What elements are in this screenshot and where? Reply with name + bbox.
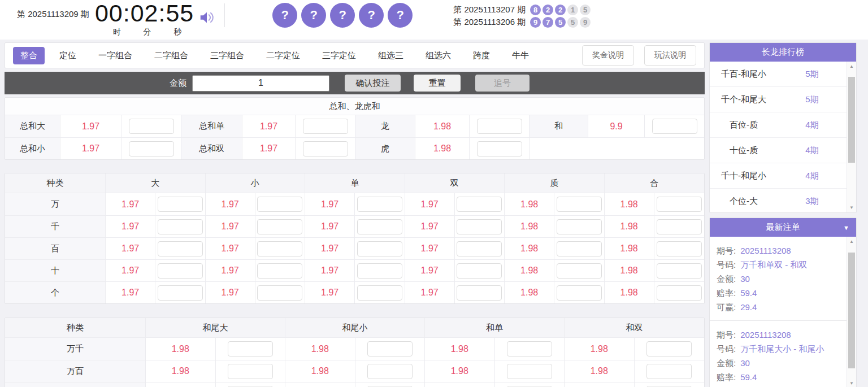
bet-amount-input[interactable] [457, 263, 502, 279]
tab-zuxuan6[interactable]: 组选六 [418, 47, 458, 64]
bet-amount-input[interactable] [228, 364, 273, 379]
scroll-up-arrow[interactable]: ▲ [847, 237, 856, 246]
odds-value: 1.98 [146, 338, 216, 360]
result-ball: 5 [567, 17, 578, 28]
bet-amount-input[interactable] [158, 241, 203, 256]
bet-amount-input[interactable] [158, 197, 203, 212]
bet-amount-input[interactable] [158, 219, 203, 234]
bet-amount-input[interactable] [367, 341, 413, 356]
tab-niuniu[interactable]: 牛牛 [505, 47, 536, 64]
bet-amount-input[interactable] [357, 263, 402, 279]
left-column: 整合 定位 一字组合 二字组合 三字组合 二字定位 三字定位 组选三 组选六 跨… [5, 40, 705, 387]
timer-unit-minute: 分 [144, 27, 151, 37]
bet-amount-input[interactable] [477, 119, 522, 134]
tab-zhenghe[interactable]: 整合 [13, 47, 45, 64]
odds-value: 1.97 [106, 238, 155, 259]
tab-sanzi-zuhe[interactable]: 三字组合 [203, 47, 251, 64]
scroll-down-arrow[interactable]: ▼ [847, 203, 856, 212]
order-entry: 期号:20251113208 号码:万千和尾大小 - 和尾小 金额:30 赔率:… [710, 320, 847, 387]
bet-amount-input[interactable] [257, 263, 302, 279]
tab-erzi-dingwei[interactable]: 二字定位 [259, 47, 307, 64]
scroll-down-arrow[interactable]: ▼ [847, 379, 856, 387]
bet-amount-input[interactable] [129, 119, 174, 134]
bonus-info-button[interactable]: 奖金说明 [582, 45, 634, 66]
bet-amount-input[interactable] [357, 241, 402, 256]
table-row: 万百 1.98 1.98 1.98 1.98 [5, 360, 704, 382]
bet-amount-input[interactable] [652, 119, 697, 134]
bet-amount-input[interactable] [257, 241, 302, 256]
bet-amount-input[interactable] [457, 241, 502, 256]
speaker-icon[interactable] [197, 9, 216, 28]
dragon-label: 千个-和尾大 [710, 94, 778, 105]
bet-type-label: 总和双 [181, 138, 242, 159]
order-field-label: 期号: [717, 243, 736, 258]
bet-amount-input[interactable] [507, 364, 552, 379]
odds-value: 1.97 [242, 138, 296, 159]
result-ball: 2 [555, 5, 566, 15]
collapse-caret-icon[interactable]: ▼ [843, 224, 849, 231]
scroll-thumb[interactable] [848, 253, 855, 368]
bet-input-cell [155, 238, 205, 259]
tab-dingwei[interactable]: 定位 [52, 47, 84, 64]
table-header-row: 种类 大 小 单 双 质 合 [5, 173, 704, 193]
bet-amount-input[interactable] [257, 219, 302, 234]
order-field-label: 号码: [717, 258, 736, 272]
bet-amount-input[interactable] [646, 341, 692, 356]
bet-amount-input[interactable] [457, 285, 502, 301]
bet-amount-input[interactable] [557, 219, 602, 234]
odds-value: 1.97 [405, 216, 455, 237]
tab-zuxuan3[interactable]: 组选三 [371, 47, 411, 64]
odds-value: 1.97 [305, 216, 355, 237]
rules-info-button[interactable]: 玩法说明 [644, 45, 696, 66]
bet-amount-input[interactable] [367, 364, 413, 379]
bet-amount-input[interactable] [557, 263, 602, 279]
tab-sanzi-dingwei[interactable]: 三字定位 [315, 47, 363, 64]
bet-amount-input[interactable] [357, 285, 402, 301]
order-number: 万千和尾大小 - 和尾小 [740, 342, 824, 356]
bet-amount-input[interactable] [303, 119, 348, 134]
bet-amount-input[interactable] [657, 285, 702, 301]
bet-amount-input[interactable] [303, 141, 348, 156]
bet-amount-input[interactable] [129, 141, 174, 156]
bet-amount-input[interactable] [457, 197, 502, 212]
chase-number-button[interactable]: 追号 [475, 75, 530, 92]
scrollbar[interactable]: ▲ ▼ [847, 237, 856, 387]
bet-input-cell [554, 216, 604, 237]
bet-amount-input[interactable] [657, 197, 702, 212]
confirm-bet-button[interactable]: 确认投注 [345, 75, 401, 92]
tab-yizi-zuhe[interactable]: 一字组合 [91, 47, 140, 64]
bet-amount-input[interactable] [557, 285, 602, 301]
bet-amount-input[interactable] [657, 263, 702, 279]
reset-button[interactable]: 重置 [414, 75, 461, 92]
scrollbar[interactable]: ▲ ▼ [847, 62, 856, 212]
bet-amount-input[interactable] [357, 197, 402, 212]
bet-amount-input[interactable] [257, 285, 302, 301]
tab-erzi-zuhe[interactable]: 二字组合 [147, 47, 196, 64]
order-amount: 30 [740, 356, 750, 370]
dragon-row: 十位-质 4期 [710, 138, 847, 163]
question-ball: ? [301, 3, 326, 28]
column-header: 小 [206, 173, 306, 193]
bet-amount-input[interactable] [557, 241, 602, 256]
scroll-thumb[interactable] [848, 77, 855, 163]
bet-input-cell [121, 138, 181, 159]
bet-amount-input[interactable] [228, 341, 273, 356]
row-label: 百 [5, 238, 106, 259]
bet-amount-input[interactable] [457, 219, 502, 234]
bet-amount-input[interactable] [646, 364, 692, 379]
bet-amount-input[interactable] [657, 241, 702, 256]
bet-amount-input[interactable] [357, 219, 402, 234]
bet-amount-input[interactable] [158, 263, 203, 279]
bet-amount-input[interactable] [657, 219, 702, 234]
bet-amount-input[interactable] [477, 141, 522, 156]
tab-kuadu[interactable]: 跨度 [466, 47, 497, 64]
bet-amount-input[interactable] [557, 197, 602, 212]
bet-input-cell [255, 260, 305, 281]
order-field-label: 赔率: [717, 286, 736, 300]
amount-input[interactable] [192, 75, 329, 92]
scroll-up-arrow[interactable]: ▲ [847, 62, 856, 71]
bet-amount-input[interactable] [507, 341, 552, 356]
latest-orders-panel: 最新注单 ▼ 期号:20251113208 号码:万千和单双 - 和双 金额:3… [709, 218, 857, 387]
bet-amount-input[interactable] [158, 285, 203, 301]
bet-amount-input[interactable] [257, 197, 302, 212]
